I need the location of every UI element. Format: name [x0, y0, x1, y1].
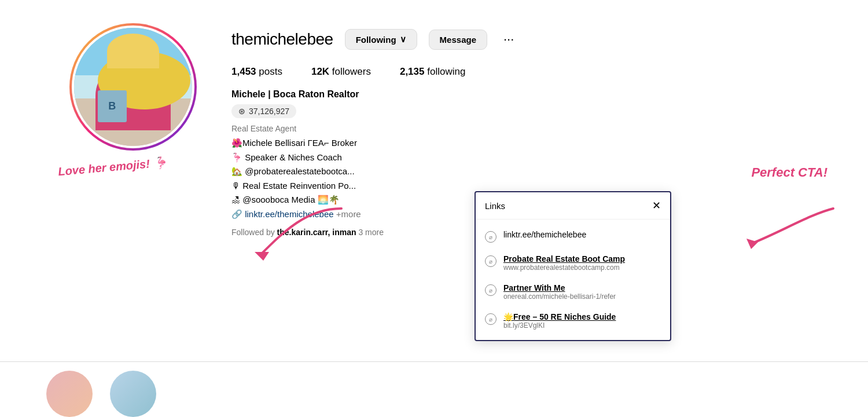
link-title-2[interactable]: Probate Real Estate Boot Camp	[503, 254, 661, 264]
left-arrow-annotation	[249, 197, 365, 266]
links-popup-header: Links ✕	[476, 192, 670, 220]
link-item-4[interactable]: ⌀ 🌟Free – 50 RE Niches Guide bit.ly/3EVg…	[476, 306, 670, 335]
followers-label: followers	[332, 66, 371, 77]
stats-row: 1,453 posts 12K followers 2,135 followin…	[231, 66, 868, 78]
posts-label: posts	[259, 66, 282, 77]
display-name: Michele | Boca Raton Realtor	[231, 89, 868, 100]
right-arrow-annotation	[735, 197, 839, 255]
page-container: B Love her emojis! 🦩 themichelebee Follo…	[0, 0, 868, 417]
following-label: Following	[356, 35, 396, 45]
bio-line-2: 🦩 Speaker & Niches Coach	[231, 151, 868, 164]
links-popup: Links ✕ ⌀ linktr.ee/themichelebee ⌀ Prob…	[475, 191, 671, 341]
link-item-2[interactable]: ⌀ Probate Real Estate Boot Camp www.prob…	[476, 248, 670, 277]
link-content-4: 🌟Free – 50 RE Niches Guide bit.ly/3EVglK…	[503, 312, 661, 330]
link-content-3: Partner With Me onereal.com/michele-bell…	[503, 283, 661, 301]
link-title-4[interactable]: 🌟Free – 50 RE Niches Guide	[503, 312, 661, 321]
link-simple-1[interactable]: linktr.ee/themichelebee	[503, 230, 661, 239]
links-close-button[interactable]: ✕	[652, 199, 661, 212]
avatar-section: B Love her emojis! 🦩	[69, 23, 197, 151]
chevron-down-icon: ∨	[400, 34, 406, 45]
stat-followers[interactable]: 12K followers	[311, 66, 371, 78]
bio-line-1: 🌺Michele Bellisari ΓEA⌐ Broker	[231, 137, 868, 150]
link-url-3: onereal.com/michele-bellisari-1/refer	[503, 292, 661, 301]
following-count: 2,135	[400, 66, 425, 77]
story-circle-2[interactable]	[110, 371, 156, 417]
link-item-1[interactable]: ⌀ linktr.ee/themichelebee	[476, 224, 670, 248]
following-button[interactable]: Following ∨	[345, 29, 417, 50]
threads-badge[interactable]: ⊛ 37,126,927	[231, 104, 296, 118]
avatar-ring: B	[69, 23, 197, 151]
link-title-3[interactable]: Partner With Me	[503, 283, 661, 292]
avatar: B	[72, 25, 194, 148]
links-list: ⌀ linktr.ee/themichelebee ⌀ Probate Real…	[476, 220, 670, 340]
more-options-button[interactable]: ···	[499, 30, 518, 49]
profile-header: themichelebee Following ∨ Message ···	[231, 29, 868, 50]
stat-following[interactable]: 2,135 following	[400, 66, 465, 78]
threads-id: 37,126,927	[249, 107, 289, 116]
svg-marker-0	[255, 252, 269, 261]
links-popup-title: Links	[485, 201, 505, 211]
avatar-hair	[107, 34, 159, 68]
link-url-4: bit.ly/3EVglKI	[503, 321, 661, 330]
link-content-2: Probate Real Estate Boot Camp www.probat…	[503, 254, 661, 272]
link-content-1: linktr.ee/themichelebee	[503, 230, 661, 239]
link-icon-4: ⌀	[485, 313, 496, 325]
posts-count: 1,453	[231, 66, 256, 77]
svg-marker-1	[746, 239, 758, 249]
threads-icon: ⊛	[238, 107, 245, 116]
username: themichelebee	[231, 30, 333, 49]
avatar-sign: B	[98, 90, 127, 122]
bio-category: Real Estate Agent	[231, 124, 868, 133]
story-circles	[0, 359, 868, 417]
link-item-3[interactable]: ⌀ Partner With Me onereal.com/michele-be…	[476, 277, 670, 306]
perfect-cta-annotation: Perfect CTA!	[751, 165, 827, 180]
stat-posts: 1,453 posts	[231, 66, 282, 78]
message-button[interactable]: Message	[429, 30, 487, 50]
story-circle-1[interactable]	[46, 371, 93, 417]
link-icon-3: ⌀	[485, 284, 496, 296]
love-emojis-annotation: Love her emojis! 🦩	[57, 155, 168, 178]
followers-count: 12K	[311, 66, 329, 77]
link-url-2: www.probaterealestatebootcamp.com	[503, 264, 661, 272]
following-label: following	[427, 66, 465, 77]
link-icon-1: ⌀	[485, 231, 496, 243]
bio-line-4: 🎙 Real Estate Reinvention Po...	[231, 180, 868, 193]
link-icon-2: ⌀	[485, 255, 496, 267]
